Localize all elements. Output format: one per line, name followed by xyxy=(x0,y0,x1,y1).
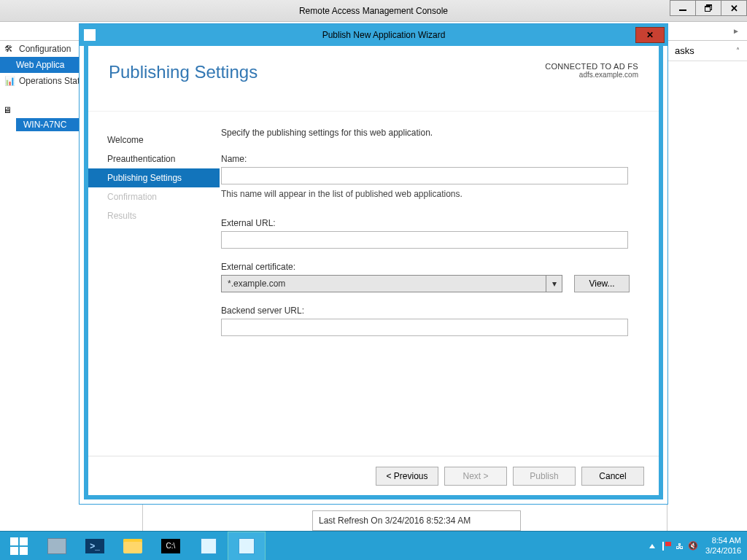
view-certificate-button[interactable]: View... xyxy=(574,275,630,292)
nav-arrow-right-icon[interactable]: ► xyxy=(732,27,740,35)
wizard-title: Publish New Application Wizard xyxy=(100,30,667,40)
wizard-connection-info: CONNECTED TO AD FS adfs.example.com xyxy=(545,62,638,79)
previous-button[interactable]: < Previous xyxy=(376,467,438,486)
taskbar-left: >_ C:\ xyxy=(0,532,266,560)
step-results: Results xyxy=(88,206,220,225)
name-label: Name: xyxy=(221,154,641,164)
external-url-label: External URL: xyxy=(221,218,641,228)
wizard-title-icon xyxy=(84,29,96,41)
server-icon: 🖥 xyxy=(3,105,13,115)
external-certificate-value: *.example.com xyxy=(228,279,285,289)
action-center-flag-icon[interactable] xyxy=(662,542,671,551)
outer-window-controls xyxy=(670,0,747,16)
taskbar-app-generic-1[interactable] xyxy=(190,532,228,561)
chart-icon: 📊 xyxy=(4,76,15,86)
wizard-body: Welcome Preauthentication Publishing Set… xyxy=(88,112,659,456)
minimize-button[interactable] xyxy=(670,0,696,16)
taskbar-remote-access[interactable] xyxy=(228,532,266,561)
wizard-titlebar[interactable]: Publish New Application Wizard xyxy=(80,24,667,46)
maximize-button[interactable] xyxy=(695,0,721,16)
windows-taskbar: >_ C:\ 🖧 🔇 8:54 AM 3/ xyxy=(0,531,747,560)
taskbar-time: 8:54 AM xyxy=(705,536,741,545)
outer-titlebar: Remote Access Management Console xyxy=(0,0,747,22)
wrench-icon: 🛠 xyxy=(4,44,15,54)
taskbar-cmd[interactable]: C:\ xyxy=(152,532,190,561)
step-confirmation: Confirmation xyxy=(88,187,220,206)
tray-overflow-icon[interactable] xyxy=(649,544,655,548)
cancel-button[interactable]: Cancel xyxy=(581,467,644,486)
step-welcome[interactable]: Welcome xyxy=(88,131,220,149)
taskbar-right: 🖧 🔇 8:54 AM 3/24/2016 xyxy=(643,536,747,555)
tree-item-label: Configuration xyxy=(19,44,71,54)
remote-access-icon xyxy=(239,538,255,554)
system-tray: 🖧 🔇 xyxy=(662,541,698,551)
tree-item-label: Operations Stat xyxy=(19,76,80,86)
folder-icon xyxy=(123,539,142,553)
taskbar-powershell[interactable]: >_ xyxy=(76,532,114,561)
external-certificate-dropdown[interactable]: *.example.com ▾ xyxy=(221,275,562,292)
taskbar-clock[interactable]: 8:54 AM 3/24/2016 xyxy=(705,536,741,555)
connected-server: adfs.example.com xyxy=(545,71,638,79)
wizard-form: Specify the publishing settings for this… xyxy=(220,112,659,456)
tree-item-label: WIN-A7NC xyxy=(23,120,66,130)
taskbar-explorer[interactable] xyxy=(114,532,152,561)
refresh-status-bar: Last Refresh On 3/24/2016 8:52:34 AM xyxy=(312,510,521,531)
step-publishing-settings[interactable]: Publishing Settings xyxy=(88,168,220,187)
name-input[interactable] xyxy=(221,167,628,184)
wizard-page-heading: Publishing Settings xyxy=(109,62,258,82)
outer-close-button[interactable] xyxy=(721,0,747,16)
refresh-status-text: Last Refresh On 3/24/2016 8:52:34 AM xyxy=(319,516,471,526)
start-button[interactable] xyxy=(0,532,38,561)
name-hint: This name will appear in the list of pub… xyxy=(221,189,641,199)
form-description: Specify the publishing settings for this… xyxy=(221,128,641,138)
tasks-header[interactable]: asks ˄ xyxy=(667,41,747,61)
wizard-footer: < Previous Next > Publish Cancel xyxy=(88,456,659,495)
tasks-pane: asks ˄ xyxy=(667,41,747,531)
app-icon xyxy=(201,538,217,554)
wizard-header: Publishing Settings CONNECTED TO AD FS a… xyxy=(88,46,659,112)
network-icon[interactable]: 🖧 xyxy=(676,542,684,551)
publish-application-wizard: Publish New Application Wizard Publishin… xyxy=(79,23,668,505)
backend-url-label: Backend server URL: xyxy=(221,306,641,316)
cmd-icon: C:\ xyxy=(161,539,180,553)
publish-button: Publish xyxy=(513,467,576,486)
chevron-down-icon[interactable]: ▾ xyxy=(546,276,562,292)
tasks-header-label: asks xyxy=(675,45,694,56)
powershell-icon: >_ xyxy=(85,539,104,553)
step-preauthentication[interactable]: Preauthentication xyxy=(88,149,220,168)
server-manager-icon xyxy=(47,538,66,554)
taskbar-date: 3/24/2016 xyxy=(705,546,741,556)
outer-window-title: Remote Access Management Console xyxy=(0,6,747,16)
tree-item-label: Web Applica xyxy=(16,60,65,70)
connected-label: CONNECTED TO AD FS xyxy=(545,62,638,71)
external-certificate-label: External certificate: xyxy=(221,262,641,272)
next-button: Next > xyxy=(444,467,507,486)
backend-url-input[interactable] xyxy=(221,319,628,336)
windows-logo-icon xyxy=(10,537,28,555)
wizard-steps-list: Welcome Preauthentication Publishing Set… xyxy=(88,112,220,456)
wizard-close-button[interactable] xyxy=(635,27,665,43)
chevron-up-icon[interactable]: ˄ xyxy=(736,47,740,55)
volume-mute-icon[interactable]: 🔇 xyxy=(688,541,698,551)
external-url-input[interactable] xyxy=(221,231,628,249)
taskbar-server-manager[interactable] xyxy=(38,532,76,561)
